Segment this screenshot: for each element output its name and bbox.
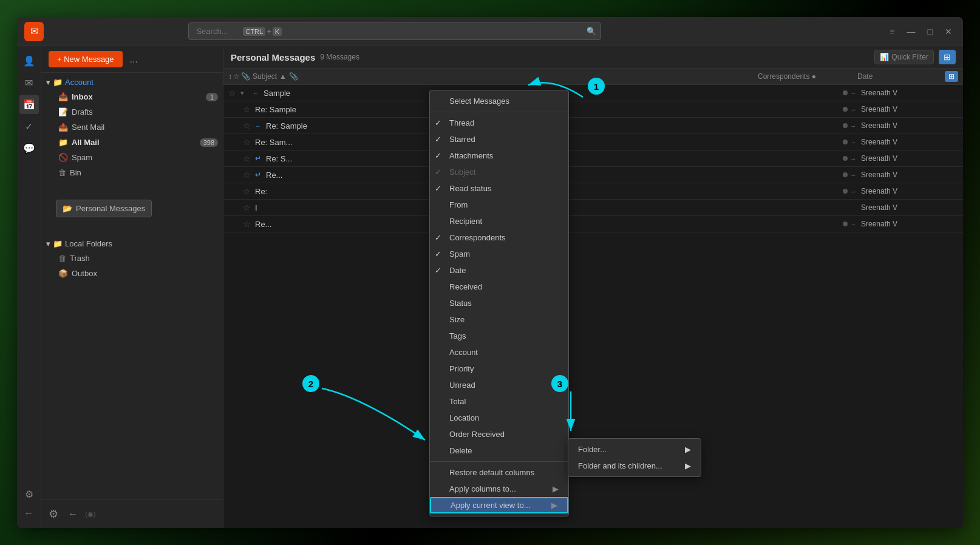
correspondents-column-header[interactable]: Correspondents ●	[758, 72, 855, 81]
menu-item-order-received[interactable]: Order Received	[430, 426, 568, 442]
star-icon[interactable]: ☆	[243, 186, 253, 196]
sidebar-icon-collapse[interactable]: ←	[19, 504, 39, 523]
star-icon[interactable]: ☆	[243, 170, 253, 180]
menu-item-apply-current-view[interactable]: Apply current view to... ▶	[430, 497, 568, 513]
read-status-dot	[843, 156, 848, 161]
search-button[interactable]: 🔍	[587, 27, 596, 36]
minimize-button[interactable]: —	[903, 24, 919, 39]
bin-icon: 🗑	[58, 168, 66, 177]
send-arrow: →	[850, 139, 859, 146]
menu-item-restore-defaults[interactable]: Restore default columns	[430, 464, 568, 481]
send-arrow: →	[850, 155, 859, 162]
menu-item-starred[interactable]: Starred	[430, 131, 568, 147]
email-row[interactable]: ☆ ↵ Re... → Sreenath V	[223, 167, 963, 183]
folder-item-bin[interactable]: 🗑 Bin	[41, 165, 223, 180]
menu-button[interactable]: ≡	[886, 24, 898, 39]
trash-icon: 🗑	[58, 254, 66, 263]
menu-item-account[interactable]: Account	[430, 344, 568, 361]
account-group-header[interactable]: ▾ 📁 Account	[41, 75, 223, 89]
menu-item-subject[interactable]: Subject	[430, 164, 568, 180]
quick-filter-button[interactable]: 📊 Quick Filter	[874, 50, 934, 64]
menu-item-received[interactable]: Received	[430, 279, 568, 295]
menu-item-priority[interactable]: Priority	[430, 361, 568, 377]
close-button[interactable]: ✕	[941, 24, 956, 39]
personal-messages-button[interactable]: 📂 Personal Messages	[56, 200, 152, 217]
read-status-dot	[843, 90, 848, 95]
subject-column-header[interactable]: Subject ▲ 📎	[253, 72, 755, 81]
column-icons: ↕ ☆ 📎	[228, 72, 250, 81]
menu-item-read-status[interactable]: Read status	[430, 180, 568, 197]
correspondents-label: Correspondents	[758, 72, 809, 81]
folder-item-sent[interactable]: 📤 Sent Mail	[41, 120, 223, 135]
email-row[interactable]: ☆ Re: Sample → Sreenath V	[223, 101, 963, 118]
menu-item-location[interactable]: Location	[430, 410, 568, 426]
star-icon[interactable]: ☆	[243, 104, 253, 114]
personal-messages-section: 📂 Personal Messages	[41, 192, 223, 225]
folder-item-spam[interactable]: 🚫 Spam	[41, 150, 223, 165]
new-message-button[interactable]: + New Message	[49, 51, 123, 67]
sidebar-icon-calendar[interactable]: 📅	[19, 95, 39, 114]
menu-item-total[interactable]: Total	[430, 393, 568, 410]
star-icon[interactable]: ☆	[243, 121, 253, 130]
folder-item-allmail[interactable]: 📁 All Mail 398	[41, 135, 223, 150]
chevron-down-icon: ▾	[46, 78, 50, 87]
date-column-header[interactable]: Date	[857, 72, 942, 81]
settings-button[interactable]: ⚙	[46, 505, 61, 523]
read-status-dot	[843, 107, 848, 112]
sidebar-icon-tasks[interactable]: ✓	[19, 117, 39, 136]
star-icon[interactable]: ☆	[243, 154, 253, 163]
maximize-button[interactable]: □	[924, 24, 936, 39]
columns-config-button[interactable]: ⊞	[945, 71, 958, 82]
sidebar-icon-chat[interactable]: 💬	[19, 138, 39, 158]
email-correspondent: Sreenath V	[861, 203, 958, 212]
send-arrow: →	[850, 172, 859, 178]
email-row[interactable]: ☆ I Sreenath V	[223, 200, 963, 216]
reply-icon: ←	[253, 90, 261, 96]
collapse-button[interactable]: ←	[66, 506, 80, 522]
submenu-folder: Folder... ▶ Folder and its children... ▶	[568, 438, 701, 477]
folder-item-outbox[interactable]: 📦 Outbox	[41, 266, 223, 281]
search-bar: CTRL + K 🔍	[188, 22, 601, 40]
context-menu: Select Messages Thread Starred Attachmen…	[429, 90, 569, 516]
arrow-icon: ▶	[685, 445, 691, 454]
email-row[interactable]: ☆ ▾ ← Sample → Sreenath V	[223, 85, 963, 101]
email-row[interactable]: ☆ Re: Sam... → Sreenath V	[223, 134, 963, 151]
star-icon[interactable]: ☆	[243, 203, 253, 212]
email-row[interactable]: ☆ Re: → Sreenath V	[223, 183, 963, 200]
email-row[interactable]: ☆ ← Re: Sample → Sreenath V	[223, 118, 963, 134]
menu-item-size[interactable]: Size	[430, 311, 568, 328]
email-row[interactable]: ☆ ↵ Re: S... → Sreenath V	[223, 151, 963, 167]
menu-item-thread[interactable]: Thread	[430, 115, 568, 131]
send-arrow: →	[850, 106, 859, 113]
email-correspondent: Sreenath V	[861, 171, 958, 179]
sidebar-icon-mail[interactable]: ✉	[19, 73, 39, 92]
more-button[interactable]: ...	[128, 52, 140, 67]
read-status-dot	[843, 189, 848, 194]
menu-item-date[interactable]: Date	[430, 262, 568, 279]
menu-item-correspondents[interactable]: Correspondents	[430, 229, 568, 246]
menu-item-spam[interactable]: Spam	[430, 246, 568, 262]
menu-item-recipient[interactable]: Recipient	[430, 213, 568, 229]
star-icon[interactable]: ☆	[243, 219, 253, 229]
menu-item-delete[interactable]: Delete	[430, 442, 568, 459]
menu-item-folder-children[interactable]: Folder and its children... ▶	[568, 458, 701, 474]
star-icon[interactable]: ☆	[243, 137, 253, 147]
folder-item-inbox[interactable]: 📥 Inbox 1	[41, 89, 223, 104]
sidebar-icon-settings[interactable]: ⚙	[19, 484, 39, 504]
menu-item-tags[interactable]: Tags	[430, 328, 568, 344]
email-row[interactable]: ☆ Re... → Sreenath V	[223, 216, 963, 232]
star-icon[interactable]: ☆	[228, 88, 238, 98]
menu-item-select-messages[interactable]: Select Messages	[430, 93, 568, 109]
menu-item-apply-columns[interactable]: Apply columns to... ▶	[430, 481, 568, 497]
sidebar-icon-profile[interactable]: 👤	[19, 51, 39, 70]
menu-item-unread[interactable]: Unread	[430, 377, 568, 393]
menu-item-from[interactable]: From	[430, 197, 568, 213]
folder-item-drafts[interactable]: 📝 Drafts	[41, 104, 223, 120]
menu-item-folder[interactable]: Folder... ▶	[568, 441, 701, 458]
columns-button[interactable]: ⊞	[939, 50, 956, 64]
menu-item-status[interactable]: Status	[430, 295, 568, 311]
menu-separator	[430, 112, 568, 112]
local-folders-header[interactable]: ▾ 📁 Local Folders	[41, 237, 223, 251]
menu-item-attachments[interactable]: Attachments	[430, 147, 568, 164]
folder-item-trash[interactable]: 🗑 Trash	[41, 251, 223, 266]
